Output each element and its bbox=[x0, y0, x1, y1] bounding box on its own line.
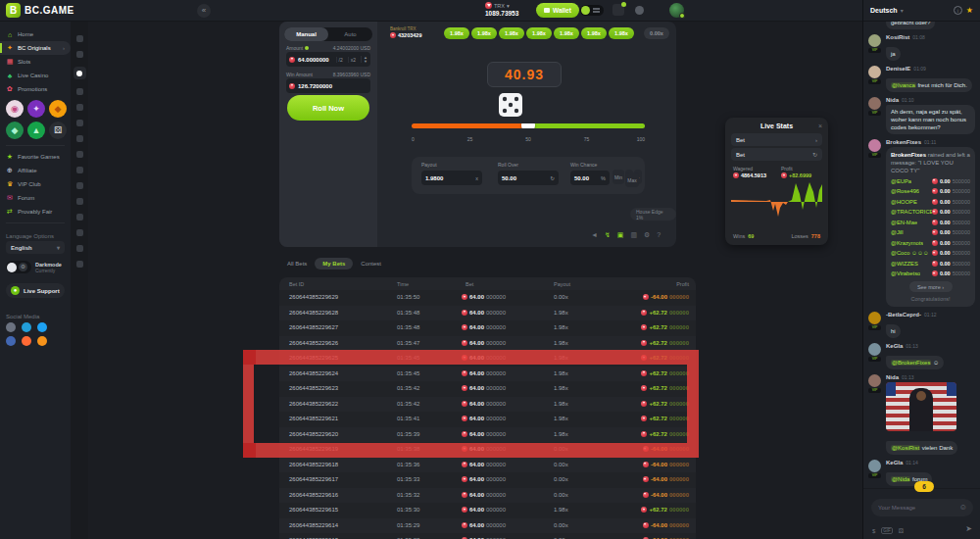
sidebar-item-forum[interactable]: ✉Forum bbox=[0, 191, 71, 205]
rail-game-icon[interactable] bbox=[76, 229, 83, 236]
refresh-icon[interactable]: ↻ bbox=[812, 151, 817, 158]
avatar[interactable] bbox=[868, 97, 881, 110]
recipient-name[interactable]: @Virabetso bbox=[891, 270, 920, 277]
game-shortcut-icon[interactable]: ▲ bbox=[27, 122, 45, 139]
avatar[interactable] bbox=[868, 34, 881, 47]
send-icon[interactable]: ➤ bbox=[965, 524, 972, 533]
game-shortcut-icon[interactable]: ◆ bbox=[49, 100, 67, 118]
table-row[interactable]: 26064438522961701:35:3364.000000000.00x-… bbox=[279, 472, 696, 488]
table-row[interactable]: 26064438522962701:35:4864.000000001.98x+… bbox=[279, 320, 696, 336]
rail-game-icon[interactable] bbox=[76, 35, 83, 42]
max-button[interactable]: Max bbox=[625, 172, 639, 187]
social-icon[interactable] bbox=[22, 322, 31, 332]
avatar[interactable] bbox=[868, 374, 881, 387]
darkmode-toggle[interactable]: ⚙ Darkmode Currently bbox=[6, 261, 65, 273]
wallet-button[interactable]: Wallet bbox=[536, 3, 579, 18]
see-more-button[interactable]: See more › bbox=[909, 281, 953, 292]
tab-auto[interactable]: Auto bbox=[328, 27, 372, 41]
game-shortcut-icon[interactable]: ◉ bbox=[6, 100, 24, 118]
balance-display[interactable]: TRX ▾ 1089.73953 bbox=[485, 2, 518, 17]
close-icon[interactable]: × bbox=[818, 122, 822, 129]
chat-room-select[interactable]: Deutsch bbox=[870, 7, 898, 14]
amount-input[interactable]: 64.0000000 /2 x2 ▲▼ bbox=[286, 52, 370, 67]
user-mention[interactable]: @BrokenFixes bbox=[891, 360, 931, 366]
rail-game-icon[interactable] bbox=[76, 88, 83, 95]
game-shortcut-icon[interactable]: ◆ bbox=[6, 122, 24, 139]
rail-game-icon[interactable] bbox=[76, 214, 83, 220]
help-icon[interactable]: ? bbox=[657, 231, 661, 239]
username[interactable]: KeGla bbox=[886, 343, 903, 349]
half-button[interactable]: /2 bbox=[336, 57, 345, 63]
username[interactable]: KeGla bbox=[886, 460, 903, 466]
table-row[interactable]: 26064438522962901:35:5064.000000000.00x-… bbox=[279, 290, 696, 306]
recipient-name[interactable]: @Coco ☺☺☺ bbox=[891, 249, 929, 257]
rail-game-icon[interactable] bbox=[76, 167, 83, 173]
avatar[interactable] bbox=[868, 343, 881, 356]
rail-game-icon[interactable] bbox=[74, 67, 86, 79]
table-row[interactable]: 26064438522962601:35:4764.000000001.98x+… bbox=[279, 336, 696, 352]
avatar[interactable] bbox=[669, 3, 684, 18]
tab-my-bets[interactable]: My Bets bbox=[315, 258, 353, 270]
sidebar-item-favorite-games[interactable]: ★Favorite Games bbox=[0, 150, 71, 164]
rail-game-icon[interactable] bbox=[76, 51, 83, 58]
username[interactable]: Nida bbox=[886, 374, 899, 380]
rail-game-icon[interactable] bbox=[76, 182, 83, 189]
slider-handle[interactable] bbox=[521, 123, 535, 128]
rail-game-icon[interactable] bbox=[76, 120, 83, 126]
recipient-name[interactable]: @Krazymots bbox=[891, 239, 923, 247]
user-mention[interactable]: @Ivanca bbox=[891, 82, 916, 88]
rail-game-icon[interactable] bbox=[76, 104, 83, 111]
recipient-name[interactable]: @EN-Mae bbox=[891, 219, 917, 226]
live-support-button[interactable]: ● Live Support bbox=[6, 283, 65, 298]
chat-rules-icon[interactable]: i bbox=[954, 6, 962, 15]
chat-input[interactable] bbox=[871, 499, 973, 516]
stats-reset-row[interactable]: Bet↻ bbox=[731, 148, 822, 161]
username[interactable]: -BetlaCeprd- bbox=[886, 312, 921, 318]
coin-tip-icon[interactable]: $ bbox=[872, 528, 875, 534]
avatar[interactable] bbox=[868, 460, 881, 472]
rail-game-icon[interactable] bbox=[76, 245, 83, 252]
game-shortcut-icon[interactable]: ⚄ bbox=[49, 122, 67, 139]
social-icon[interactable] bbox=[22, 336, 31, 346]
table-row[interactable]: 26064438522961601:35:3264.000000000.00x-… bbox=[279, 488, 696, 504]
roll-over-input[interactable]: 50.00 ↻ bbox=[498, 171, 559, 185]
turbo-icon[interactable]: ↯ bbox=[605, 231, 611, 239]
avatar[interactable] bbox=[868, 139, 881, 152]
language-select[interactable]: English ▾ bbox=[6, 241, 65, 254]
user-mention[interactable]: @Nida bbox=[891, 476, 910, 482]
sidebar-item-vip-club[interactable]: ♛VIP Club bbox=[0, 177, 71, 191]
win-amount-input[interactable]: 126.7200000 bbox=[286, 78, 370, 93]
sound-icon[interactable]: ◄ bbox=[591, 231, 598, 239]
new-messages-badge[interactable]: 6 bbox=[914, 481, 934, 492]
tab-all-bets[interactable]: All Bets bbox=[287, 261, 307, 267]
table-row[interactable]: 26064438522961501:35:3064.000000001.98x+… bbox=[279, 503, 696, 518]
sidebar-item-promotions[interactable]: ✿Promotions bbox=[0, 82, 71, 96]
dice-chat-icon[interactable]: ⚄ bbox=[899, 527, 904, 534]
username[interactable]: Nida bbox=[886, 97, 899, 103]
gif-icon[interactable]: GIF bbox=[881, 527, 893, 534]
recipient-name[interactable]: @EUPa bbox=[891, 177, 911, 185]
logo[interactable]: B BC.GAME bbox=[6, 3, 74, 18]
min-button[interactable]: Min bbox=[612, 170, 624, 184]
chat-image[interactable] bbox=[886, 382, 956, 431]
sidebar-item-live-casino[interactable]: ♣Live Casino bbox=[0, 69, 71, 82]
game-shortcut-icon[interactable]: ✦ bbox=[27, 100, 45, 118]
double-button[interactable]: x2 bbox=[348, 57, 358, 63]
amount-stepper[interactable]: ▲▼ bbox=[361, 56, 368, 63]
sidebar-collapse-button[interactable]: « bbox=[197, 4, 211, 18]
profile-icon[interactable] bbox=[635, 6, 644, 15]
username[interactable]: BrokenFixes bbox=[886, 139, 921, 145]
username[interactable]: BrokenFixes bbox=[891, 152, 928, 158]
avatar[interactable] bbox=[868, 66, 881, 78]
tab-manual[interactable]: Manual bbox=[284, 27, 328, 41]
table-row[interactable]: 26064438522962801:35:4864.000000001.98x+… bbox=[279, 306, 696, 321]
stats-game-select[interactable]: Bet› bbox=[731, 133, 822, 146]
social-icon[interactable] bbox=[37, 322, 47, 332]
table-row[interactable]: 26064438522961401:35:2964.000000000.00x-… bbox=[279, 518, 696, 534]
recipient-name[interactable]: @Jill bbox=[891, 228, 904, 236]
sidebar-item-slots[interactable]: ▦Slots bbox=[0, 55, 71, 69]
rail-game-icon[interactable] bbox=[76, 261, 83, 268]
rail-game-icon[interactable] bbox=[76, 135, 83, 142]
win-chance-input[interactable]: 50.00 % bbox=[570, 171, 610, 185]
stats-icon[interactable]: ▥ bbox=[630, 231, 637, 239]
